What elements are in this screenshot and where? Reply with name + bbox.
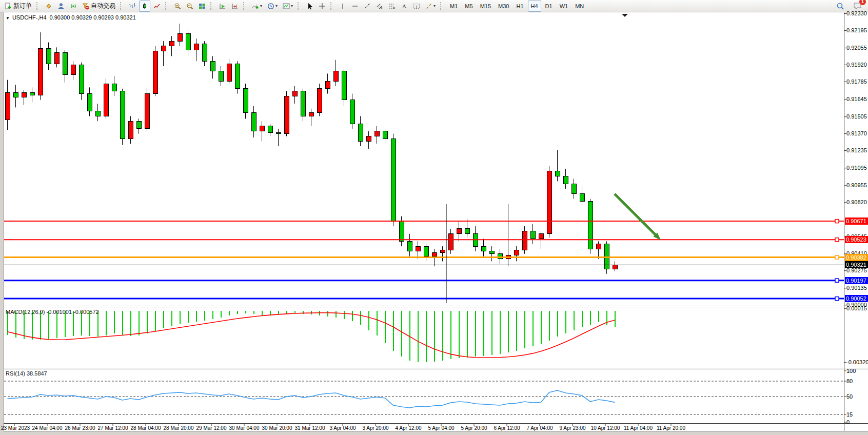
time-axis-label: 31 Mar 12:00	[295, 425, 325, 431]
candle	[440, 250, 445, 252]
time-axis-label: 28 Mar 20:00	[164, 425, 194, 431]
time-axis-label: 7 Apr 04:00	[526, 425, 553, 431]
candle	[432, 252, 437, 256]
candle	[276, 132, 281, 133]
current-price-tag: 0.90321	[845, 261, 868, 268]
candle	[153, 51, 157, 94]
price-line-tag: 0.90382	[845, 254, 868, 261]
candle	[145, 94, 149, 129]
time-axis-label: 11 Apr 04:00	[624, 425, 653, 431]
chart-ohlc-values: 0.90300 0.90329 0.90293 0.90321	[50, 14, 136, 21]
time-axis-label: 26 Mar 23:00	[65, 425, 95, 431]
window-bottom-border	[0, 431, 868, 435]
candle	[136, 121, 141, 129]
candle	[514, 250, 519, 255]
time-axis-label: 28 Mar 04:00	[131, 425, 161, 431]
horizontal-line-objects[interactable]	[4, 220, 844, 301]
candle	[457, 229, 461, 234]
time-axis-label: 10 Apr 12:00	[591, 425, 620, 431]
macd-name: MACD(12,26,9)	[6, 309, 45, 315]
candle	[243, 89, 248, 112]
candle	[227, 64, 231, 81]
price-axis-tick: 0.91235	[846, 147, 867, 153]
candle	[580, 194, 584, 202]
window-left-border	[0, 12, 4, 435]
candle	[563, 176, 568, 184]
candle	[38, 49, 43, 95]
price-axis-tick: 0.91370	[846, 130, 867, 136]
candle	[235, 64, 240, 89]
time-axis-label: 30 Mar 04:00	[229, 425, 260, 431]
rsi-axis-tick: 100	[846, 368, 856, 374]
candle	[555, 171, 560, 176]
candle	[383, 131, 387, 139]
candle	[424, 246, 428, 256]
price-axis-tick: 0.90820	[846, 199, 867, 205]
candle	[547, 171, 551, 234]
candle	[46, 49, 51, 64]
price-line-tag: 0.90197	[845, 277, 868, 284]
candle	[30, 92, 34, 95]
rsi-axis-tick: 15	[846, 411, 853, 418]
price-axis-tick: 0.92055	[846, 45, 867, 51]
time-axis-label: 6 Apr 12:00	[494, 425, 520, 431]
price-axis-tick: 0.91645	[846, 96, 867, 102]
candle	[54, 52, 59, 64]
candle	[268, 126, 272, 132]
time-axis-label: 4 Apr 12:00	[395, 425, 421, 431]
one-click-trading-expander[interactable]: ▼	[6, 16, 10, 21]
candle	[530, 231, 535, 239]
candle	[251, 112, 256, 131]
macd-pane	[8, 311, 615, 362]
candle	[79, 65, 84, 93]
price-axis-tick: 0.92330	[846, 10, 867, 16]
rsi-value: 38.5847	[27, 370, 47, 377]
down-arrow-object[interactable]	[615, 194, 661, 240]
chart-plot	[0, 0, 868, 435]
chart-title: ▼USDCHF-,H40.90300 0.90329 0.90293 0.903…	[6, 14, 136, 21]
candle	[333, 71, 338, 82]
price-axis-tick: 0.90135	[846, 285, 867, 291]
candle	[95, 111, 100, 116]
macd-axis-tick: 0.00015	[846, 305, 867, 311]
candle	[301, 91, 305, 116]
rsi-name: RSI(14)	[6, 370, 25, 377]
time-axis-label: 23 Mar 2023	[1, 425, 30, 431]
price-axis-tick: 0.91505	[846, 113, 867, 120]
candle	[128, 121, 133, 139]
chart-shift-marker[interactable]	[622, 14, 628, 17]
price-axis-tick: 0.91920	[846, 62, 867, 68]
price-axis-tick: 0.90955	[846, 182, 867, 188]
candle	[342, 71, 346, 100]
macd-indicator-label: MACD(12,26,9) -0.001001 -0.000572	[6, 309, 99, 315]
time-axis-label: 30 Mar 20:00	[262, 425, 292, 431]
macd-axis-tick: -0.003208	[846, 359, 868, 365]
candle	[539, 234, 543, 239]
candle	[63, 52, 67, 75]
rsi-axis-tick: 0	[846, 419, 850, 425]
time-axis-label: 5 Apr 04:00	[428, 425, 454, 431]
candle	[489, 251, 494, 254]
time-axis-label: 27 Mar 12:00	[98, 425, 128, 431]
candle	[112, 84, 116, 91]
time-axis-label: 5 Apr 20:00	[461, 425, 487, 431]
candle	[416, 246, 420, 251]
rsi-pane	[4, 381, 844, 414]
rsi-indicator-label: RSI(14) 38.5847	[6, 370, 47, 377]
candle	[5, 92, 10, 120]
candle	[104, 84, 108, 116]
candle	[391, 139, 396, 221]
candles	[5, 24, 617, 274]
candle	[588, 201, 593, 249]
candle	[219, 71, 223, 82]
candle	[448, 234, 453, 250]
candle	[399, 221, 404, 241]
candle	[350, 100, 354, 124]
price-line-tag: 0.90671	[845, 218, 868, 225]
candle	[186, 34, 190, 50]
time-axis-label: 24 Mar 04:00	[32, 425, 63, 431]
candle	[374, 131, 379, 136]
candle	[317, 89, 322, 112]
candle	[210, 61, 215, 71]
candle	[366, 136, 371, 142]
